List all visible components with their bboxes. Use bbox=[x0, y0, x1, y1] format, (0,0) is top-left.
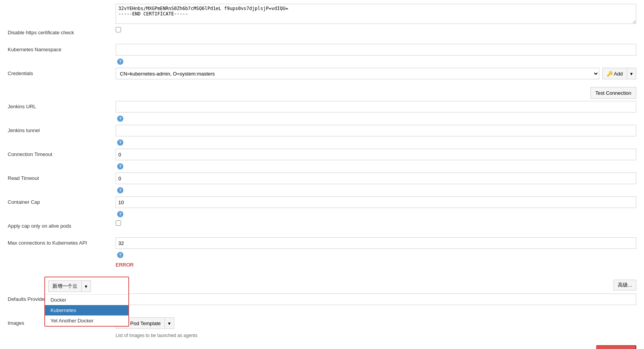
pod-caret-icon: ▾ bbox=[168, 320, 171, 326]
delete-cloud-button[interactable]: Delete cloud bbox=[596, 345, 636, 349]
add-btn-group: 🔑 Add ▾ bbox=[602, 68, 636, 79]
k8s-namespace-row: Kubernetes Namespace ? bbox=[8, 44, 636, 65]
key-icon: 🔑 bbox=[607, 71, 613, 77]
new-cloud-btn-group: 新增一个云 ▾ bbox=[48, 280, 125, 292]
disable-https-row: Disable https certificate check bbox=[8, 27, 636, 41]
dropdown-item-docker[interactable]: Docker bbox=[45, 295, 128, 305]
jenkins-tunnel-help-icon[interactable]: ? bbox=[117, 139, 123, 146]
new-cloud-button[interactable]: 新增一个云 bbox=[48, 280, 81, 292]
apply-cap-checkbox[interactable] bbox=[116, 220, 121, 226]
error-text: ERROR bbox=[116, 262, 134, 268]
connection-timeout-input[interactable]: 0 bbox=[116, 149, 636, 160]
max-connections-input[interactable]: 32 bbox=[116, 237, 636, 249]
container-cap-row: Container Cap 10 ? bbox=[8, 196, 636, 217]
error-spacer bbox=[8, 261, 116, 264]
max-connections-wrap: 32 ? bbox=[116, 237, 636, 258]
images-wrap: Add Pod Template ▾ List of Images to be … bbox=[116, 317, 636, 338]
connection-timeout-help-icon[interactable]: ? bbox=[117, 163, 123, 169]
disable-https-checkbox[interactable] bbox=[116, 27, 121, 32]
add-pod-template-caret[interactable]: ▾ bbox=[165, 317, 174, 329]
add-button[interactable]: 🔑 Add bbox=[602, 68, 627, 79]
apply-cap-label: Apply cap only on alive pods bbox=[8, 220, 116, 229]
apply-cap-row: Apply cap only on alive pods bbox=[8, 220, 636, 234]
defaults-provider-input[interactable] bbox=[116, 294, 636, 305]
advanced-button[interactable]: 高级... bbox=[614, 280, 636, 290]
k8s-namespace-wrap: ? bbox=[116, 44, 636, 65]
page-container: 32vYEHnbs/MXGPmENRnS0Zh6b7cMSQ6lPd1eL f9… bbox=[0, 0, 644, 349]
container-cap-input[interactable]: 10 bbox=[116, 196, 636, 208]
jenkins-url-help-icon[interactable]: ? bbox=[117, 116, 123, 122]
certificate-row: 32vYEHnbs/MXGPmENRnS0Zh6b7cMSQ6lPd1eL f9… bbox=[8, 4, 636, 24]
jenkins-url-row: Jenkins URL ? bbox=[8, 101, 636, 122]
credentials-label: Credentials bbox=[8, 68, 116, 76]
jenkins-url-label: Jenkins URL bbox=[8, 101, 116, 109]
certificate-textarea[interactable]: 32vYEHnbs/MXGPmENRnS0Zh6b7cMSQ6lPd1eL f9… bbox=[116, 4, 636, 24]
error-row: ERROR bbox=[8, 261, 636, 275]
defaults-provider-wrap: ? bbox=[116, 294, 636, 314]
jenkins-tunnel-wrap: ? bbox=[116, 125, 636, 146]
jenkins-tunnel-label: Jenkins tunnel bbox=[8, 125, 116, 133]
dropdown-menu: Docker Kubernetes Yet Another Docker bbox=[45, 294, 128, 326]
connection-timeout-row: Connection Timeout 0 ? bbox=[8, 149, 636, 169]
dropdown-popup: 新增一个云 ▾ Docker Kubernetes Yet Another Do… bbox=[44, 277, 129, 327]
new-cloud-caret[interactable]: ▾ bbox=[81, 280, 91, 292]
certificate-wrap: 32vYEHnbs/MXGPmENRnS0Zh6b7cMSQ6lPd1eL f9… bbox=[116, 4, 636, 24]
k8s-namespace-input[interactable] bbox=[116, 44, 636, 55]
container-cap-label: Container Cap bbox=[8, 196, 116, 205]
disable-https-wrap bbox=[116, 27, 636, 32]
error-wrap: ERROR bbox=[116, 261, 636, 268]
bottom-row: Delete cloud bbox=[8, 341, 636, 349]
jenkins-url-wrap: ? bbox=[116, 101, 636, 122]
caret-icon: ▾ bbox=[630, 71, 633, 77]
add-dropdown-caret[interactable]: ▾ bbox=[627, 68, 636, 79]
max-connections-label: Max connections to Kubernetes API bbox=[8, 237, 116, 246]
jenkins-tunnel-row: Jenkins tunnel ? bbox=[8, 125, 636, 146]
read-timeout-row: Read Timeout 0 ? bbox=[8, 173, 636, 193]
dropdown-item-yet-another-docker[interactable]: Yet Another Docker bbox=[45, 315, 128, 326]
jenkins-url-input[interactable] bbox=[116, 101, 636, 112]
new-cloud-caret-icon: ▾ bbox=[85, 284, 87, 289]
add-button-label: Add bbox=[614, 71, 623, 77]
dropdown-item-kubernetes[interactable]: Kubernetes bbox=[45, 305, 128, 315]
certificate-label bbox=[8, 4, 116, 7]
container-cap-wrap: 10 ? bbox=[116, 196, 636, 217]
max-connections-help-icon[interactable]: ? bbox=[117, 252, 123, 258]
read-timeout-wrap: 0 ? bbox=[116, 173, 636, 193]
connection-timeout-label: Connection Timeout bbox=[8, 149, 116, 157]
credentials-select-wrap: CN=kubernetes-admin, O=system:masters 🔑 … bbox=[116, 68, 636, 79]
test-connection-button[interactable]: Test Connection bbox=[590, 87, 636, 99]
test-connection-row: Test Connection bbox=[8, 85, 636, 101]
k8s-namespace-label: Kubernetes Namespace bbox=[8, 44, 116, 52]
apply-cap-wrap bbox=[116, 220, 636, 226]
jenkins-tunnel-input[interactable] bbox=[116, 125, 636, 136]
credentials-row: Credentials CN=kubernetes-admin, O=syste… bbox=[8, 68, 636, 82]
read-timeout-input[interactable]: 0 bbox=[116, 173, 636, 184]
read-timeout-help-icon[interactable]: ? bbox=[117, 187, 123, 193]
connection-timeout-wrap: 0 ? bbox=[116, 149, 636, 169]
k8s-namespace-help-icon[interactable]: ? bbox=[117, 59, 123, 65]
disable-https-label: Disable https certificate check bbox=[8, 27, 116, 35]
container-cap-help-icon[interactable]: ? bbox=[117, 211, 123, 217]
read-timeout-label: Read Timeout bbox=[8, 173, 116, 181]
images-hint: List of Images to be launched as agents bbox=[116, 333, 636, 338]
credentials-wrap: CN=kubernetes-admin, O=system:masters 🔑 … bbox=[116, 68, 636, 79]
credentials-select[interactable]: CN=kubernetes-admin, O=system:masters bbox=[116, 68, 599, 79]
max-connections-row: Max connections to Kubernetes API 32 ? bbox=[8, 237, 636, 258]
